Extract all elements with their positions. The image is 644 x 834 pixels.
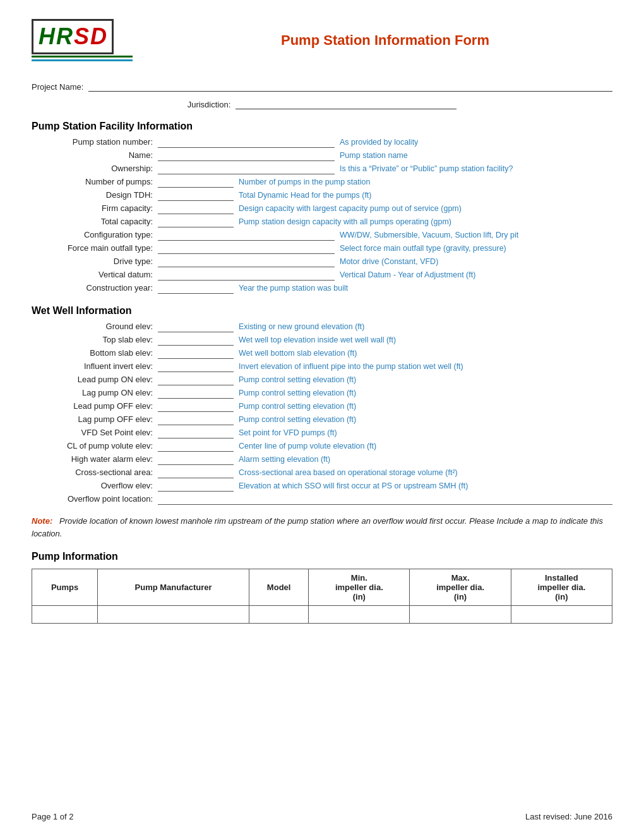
form-row-6: Total capacity:Pump station design capac… (32, 217, 612, 227)
field-input-0[interactable] (158, 322, 234, 332)
field-hint-3: Number of pumps in the pump station (239, 178, 612, 188)
field-hint-4: Total Dynamic Head for the pumps (ft) (239, 191, 612, 201)
form-row-11: Cross-sectional area:Cross-sectional are… (32, 468, 612, 478)
field-input-2[interactable] (158, 164, 335, 174)
field-hint-2: Is this a “Private” or “Public” pump sta… (340, 164, 612, 174)
field-input-3[interactable] (158, 178, 234, 188)
form-row-3: Number of pumps:Number of pumps in the p… (32, 177, 612, 188)
form-row-5: Lag pump ON elev:Pump control setting el… (32, 388, 612, 399)
field-hint-8: Set point for VFD pumps (ft) (239, 428, 612, 438)
field-input-10[interactable] (158, 455, 234, 465)
field-input-6[interactable] (158, 402, 234, 412)
field-hint-0: As provided by locality (340, 138, 612, 148)
logo-letter-s: S (74, 23, 89, 50)
field-hint-8: Select force main outfall type (gravity,… (340, 244, 612, 254)
field-input-7[interactable] (158, 415, 234, 425)
field-input-1[interactable] (158, 151, 335, 161)
project-info: Project Name: Jurisdiction: (32, 80, 612, 109)
field-input-7[interactable] (158, 231, 335, 241)
form-row-1: Top slab elev:Wet well top elevation ins… (32, 335, 612, 346)
field-hint-9: Center line of pump volute elevation (ft… (239, 442, 612, 452)
pump-table-header-row: Pumps Pump Manufacturer Model Min.impell… (32, 569, 612, 606)
field-hint-12: Elevation at which SSO will first occur … (239, 481, 612, 492)
field-input-2[interactable] (158, 349, 234, 359)
field-input-8[interactable] (158, 244, 335, 254)
pump-cell-max[interactable] (410, 606, 511, 624)
field-hint-2: Wet well bottom slab elevation (ft) (239, 349, 612, 359)
field-input-4[interactable] (158, 191, 234, 201)
pump-cell-manufacturer[interactable] (98, 606, 249, 624)
field-input-8[interactable] (158, 428, 234, 438)
form-row-0: Pump station number:As provided by local… (32, 137, 612, 148)
pump-cell-pumps[interactable] (32, 606, 98, 624)
field-label-9: CL of pump volute elev: (32, 441, 158, 452)
field-label-12: Overflow elev: (32, 481, 158, 492)
form-row-4: Design TDH:Total Dynamic Head for the pu… (32, 190, 612, 201)
field-input-13[interactable] (158, 495, 612, 505)
field-label-0: Pump station number: (32, 137, 158, 148)
jurisdiction-row: Jurisdiction: (32, 98, 612, 109)
field-label-7: Lag pump OFF elev: (32, 414, 158, 425)
form-row-12: Overflow elev:Elevation at which SSO wil… (32, 481, 612, 492)
field-input-9[interactable] (158, 442, 234, 452)
form-row-9: Drive type:Motor drive (Constant, VFD) (32, 257, 612, 267)
logo-box: H R S D (32, 19, 114, 54)
page-number: Page 1 of 2 (32, 812, 74, 821)
field-hint-3: Invert elevation of influent pipe into t… (239, 362, 612, 372)
field-label-2: Bottom slab elev: (32, 348, 158, 359)
jurisdiction-input[interactable] (236, 98, 456, 109)
field-input-3[interactable] (158, 362, 234, 372)
form-row-10: High water alarm elev:Alarm setting elev… (32, 454, 612, 465)
field-label-8: Force main outfall type: (32, 243, 158, 254)
field-label-11: Cross-sectional area: (32, 468, 158, 478)
form-row-11: Construction year:Year the pump station … (32, 283, 612, 294)
last-revised: Last revised: June 2016 (525, 812, 612, 821)
field-input-11[interactable] (158, 284, 234, 294)
field-hint-4: Pump control setting elevation (ft) (239, 375, 612, 385)
pump-table: Pumps Pump Manufacturer Model Min.impell… (32, 569, 612, 624)
project-name-label: Project Name: (32, 82, 83, 92)
field-input-6[interactable] (158, 217, 234, 227)
field-label-11: Construction year: (32, 283, 158, 294)
field-input-0[interactable] (158, 138, 335, 148)
field-label-3: Number of pumps: (32, 177, 158, 188)
form-row-5: Firm capacity:Design capacity with large… (32, 203, 612, 214)
field-input-5[interactable] (158, 204, 234, 214)
field-label-5: Firm capacity: (32, 203, 158, 214)
logo-green-line (32, 56, 133, 57)
field-input-12[interactable] (158, 481, 234, 492)
field-label-4: Design TDH: (32, 190, 158, 201)
logo-underlines (32, 56, 133, 61)
field-hint-5: Pump control setting elevation (ft) (239, 389, 612, 399)
field-input-11[interactable] (158, 468, 234, 478)
logo-letter-r: R (56, 23, 73, 50)
page-title: Pump Station Information Form (158, 32, 612, 49)
pump-cell-min[interactable] (309, 606, 410, 624)
wetwell-section-title: Wet Well Information (32, 305, 612, 317)
field-hint-11: Cross-sectional area based on operationa… (239, 468, 612, 478)
field-hint-5: Design capacity with largest capacity pu… (239, 204, 612, 214)
col-pumps: Pumps (32, 569, 98, 606)
page-footer: Page 1 of 2 Last revised: June 2016 (32, 812, 612, 821)
field-label-4: Lead pump ON elev: (32, 375, 158, 385)
field-input-1[interactable] (158, 335, 234, 346)
field-label-0: Ground elev: (32, 322, 158, 332)
field-input-10[interactable] (158, 270, 335, 281)
form-row-4: Lead pump ON elev:Pump control setting e… (32, 375, 612, 385)
pump-table-row[interactable] (32, 606, 612, 624)
field-hint-1: Wet well top elevation inside wet well w… (239, 335, 612, 346)
pump-cell-installed[interactable] (511, 606, 612, 624)
project-name-input[interactable] (88, 80, 612, 92)
field-input-4[interactable] (158, 375, 234, 385)
field-hint-11: Year the pump station was built (239, 284, 612, 294)
field-hint-7: Pump control setting elevation (ft) (239, 415, 612, 425)
facility-form: Pump station number:As provided by local… (32, 137, 612, 294)
field-input-5[interactable] (158, 389, 234, 399)
note-text: Provide location of known lowest manhole… (32, 516, 603, 538)
field-label-10: High water alarm elev: (32, 454, 158, 465)
pump-cell-model[interactable] (249, 606, 309, 624)
field-input-9[interactable] (158, 257, 335, 267)
field-label-10: Vertical datum: (32, 270, 158, 281)
form-row-2: Ownership:Is this a “Private” or “Public… (32, 164, 612, 174)
col-installed-impeller: Installedimpeller dia.(in) (511, 569, 612, 606)
